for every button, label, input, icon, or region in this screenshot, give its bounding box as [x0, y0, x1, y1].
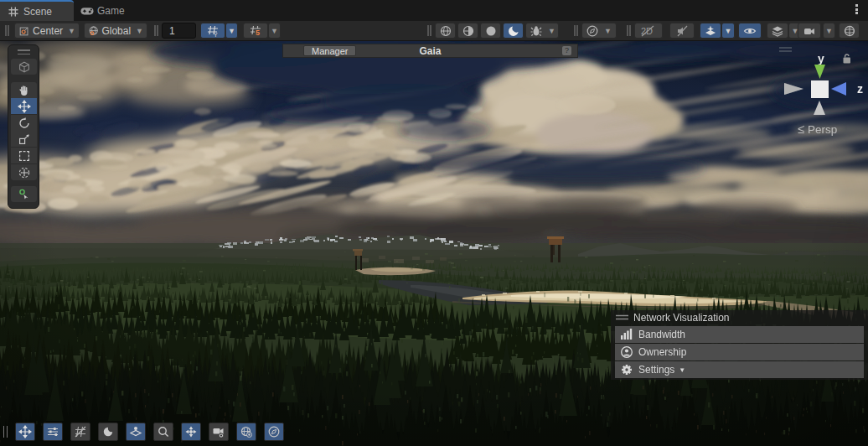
- svg-text:Y: Y: [214, 32, 218, 38]
- svg-text:5: 5: [256, 29, 260, 37]
- svg-text:z: z: [857, 82, 863, 96]
- svg-text:y: y: [818, 52, 824, 65]
